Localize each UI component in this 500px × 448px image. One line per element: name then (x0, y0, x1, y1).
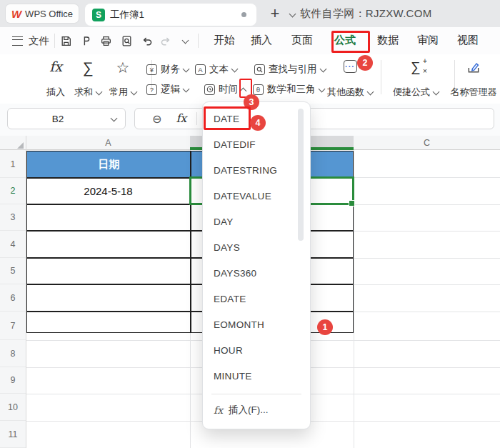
tab-insert[interactable]: 插入 (246, 27, 277, 54)
lookup-functions-button[interactable]: 查找与引用 (254, 61, 326, 77)
column-header-c[interactable]: C (354, 136, 500, 150)
select-all-triangle-icon (17, 142, 24, 149)
qat-more-button[interactable] (175, 32, 192, 49)
document-tab-label: 工作簿1 (110, 9, 236, 21)
cell-a2[interactable]: 2024-5-18 (26, 178, 190, 204)
quick-formula-icon: ∑+× (411, 60, 421, 74)
more-functions-label: 其他函数 (327, 86, 364, 99)
menu-item-insert-function[interactable]: fx 插入(F)... (203, 394, 310, 426)
common-functions-button[interactable]: ☆ 常用 (106, 59, 140, 100)
print-button[interactable] (97, 32, 114, 49)
row-header-7[interactable]: 7 (0, 312, 26, 340)
lookup-magnifier-icon (254, 64, 265, 75)
insert-function-label: 插入(F)... (229, 404, 269, 417)
divider (381, 60, 381, 94)
document-tab[interactable]: S 工作簿1 (85, 4, 256, 26)
cell-name-box[interactable]: B2 (7, 108, 126, 129)
autosum-button[interactable]: ∑ 求和 (71, 59, 104, 100)
print-preview-icon (121, 35, 133, 47)
row-header-10[interactable]: 10 (0, 394, 26, 421)
zoom-out-magnifier-icon[interactable]: ⊖ (152, 112, 161, 126)
select-all-corner[interactable] (0, 136, 26, 150)
menu-item-datestring[interactable]: DATESTRING (203, 158, 310, 184)
save-button[interactable] (57, 32, 74, 49)
cell-a1[interactable]: 日期 (27, 151, 191, 177)
redo-button[interactable] (157, 32, 174, 49)
row-header-8[interactable]: 8 (0, 340, 26, 367)
print-icon (100, 35, 112, 47)
file-menu[interactable]: 文件 (29, 27, 49, 54)
menu-item-datedif[interactable]: DATEDIF (203, 132, 310, 158)
chevron-down-icon (231, 65, 239, 72)
tab-page[interactable]: 页面 (286, 27, 318, 54)
fx-icon[interactable]: fx (176, 113, 186, 124)
row-header-2[interactable]: 2 (0, 178, 26, 204)
finance-label: 财务 (161, 63, 180, 76)
name-manager-label: 名称管理器 (451, 86, 497, 99)
name-manager-button[interactable]: 名称管理器 (447, 59, 500, 100)
menu-hamburger-icon[interactable] (12, 36, 23, 46)
menu-item-eomonth[interactable]: EOMONTH (203, 312, 310, 338)
text-icon: A (195, 64, 206, 75)
fill-handle[interactable] (349, 200, 355, 206)
formula-input-bar[interactable]: ⊖ fx (134, 108, 494, 129)
titlebar: W WPS Office S 工作簿1 + 软件自学网：RJZXW.COM (0, 0, 500, 27)
annotation-box-date-item (204, 106, 251, 130)
annotation-box-formulas-tab (331, 31, 370, 53)
row-header-5[interactable]: 5 (0, 258, 26, 284)
menu-item-edate[interactable]: EDATE (203, 287, 310, 312)
tab-list-chevron-icon[interactable] (289, 11, 296, 18)
tab-data[interactable]: 数据 (372, 27, 404, 54)
undo-button[interactable] (138, 32, 155, 49)
math-trig-label: 数学和三角 (267, 83, 316, 96)
more-functions-icon: ··· (344, 60, 357, 73)
finance-functions-button[interactable]: ¥ 财务 (146, 61, 189, 77)
dropdown-scrollbar[interactable] (298, 109, 304, 241)
menu-item-hour[interactable]: HOUR (203, 338, 310, 364)
row-header-3[interactable]: 3 (0, 204, 26, 231)
app-name: WPS Office (25, 9, 73, 19)
export-pdf-button[interactable] (77, 32, 94, 49)
row-header-4[interactable]: 4 (0, 231, 26, 258)
insert-function-button[interactable]: fx 插入 (39, 59, 73, 100)
redo-icon (160, 35, 172, 47)
new-tab-button[interactable]: + (266, 3, 284, 24)
menu-item-minute[interactable]: MINUTE (203, 364, 310, 389)
export-pdf-icon (80, 35, 92, 47)
tab-review[interactable]: 审阅 (412, 27, 444, 54)
menu-item-datevalue[interactable]: DATEVALUE (203, 184, 310, 209)
logic-functions-button[interactable]: ? 逻辑 (146, 81, 189, 97)
tab-view[interactable]: 视图 (452, 27, 484, 54)
chevron-down-icon (131, 88, 138, 95)
text-label: 文本 (209, 63, 229, 76)
print-preview-button[interactable] (118, 32, 135, 49)
menu-item-days360[interactable]: DAYS360 (203, 261, 310, 287)
math-trig-functions-button[interactable]: θ 数学和三角 (253, 81, 324, 97)
row-header-11[interactable]: 11 (0, 421, 26, 448)
chevron-down-icon (183, 85, 190, 92)
divider (198, 34, 199, 48)
chevron-down-icon (96, 88, 103, 95)
chevron-down-icon (367, 88, 374, 95)
tab-modified-dot-icon (241, 12, 246, 17)
wps-office-button[interactable]: W WPS Office (6, 4, 79, 23)
annotation-badge-2: 2 (357, 55, 373, 71)
lookup-label: 查找与引用 (269, 63, 317, 76)
tab-home[interactable]: 开始 (209, 27, 240, 54)
column-header-a[interactable]: A (26, 136, 190, 150)
row-header-9[interactable]: 9 (0, 367, 26, 394)
quick-formula-button[interactable]: ∑+× 便捷公式 (386, 59, 446, 100)
row-header-6[interactable]: 6 (0, 284, 26, 312)
time-label: 时间 (219, 83, 238, 96)
wps-spreadsheet-window: W WPS Office S 工作簿1 + 软件自学网：RJZXW.COM 文件 (0, 0, 500, 448)
autosum-label: 求和 (74, 86, 93, 99)
fx-icon: fx (214, 405, 223, 415)
menu-item-days[interactable]: DAYS (203, 235, 310, 261)
fx-icon: fx (49, 60, 62, 74)
annotation-badge-1: 1 (317, 319, 333, 335)
time-functions-dropdown: DATE DATEDIF DATESTRING DATEVALUE DAY DA… (202, 101, 311, 429)
row-header-1[interactable]: 1 (0, 151, 26, 178)
divider (196, 112, 197, 125)
text-functions-button[interactable]: A 文本 (195, 61, 237, 77)
menu-item-day[interactable]: DAY (203, 209, 310, 235)
